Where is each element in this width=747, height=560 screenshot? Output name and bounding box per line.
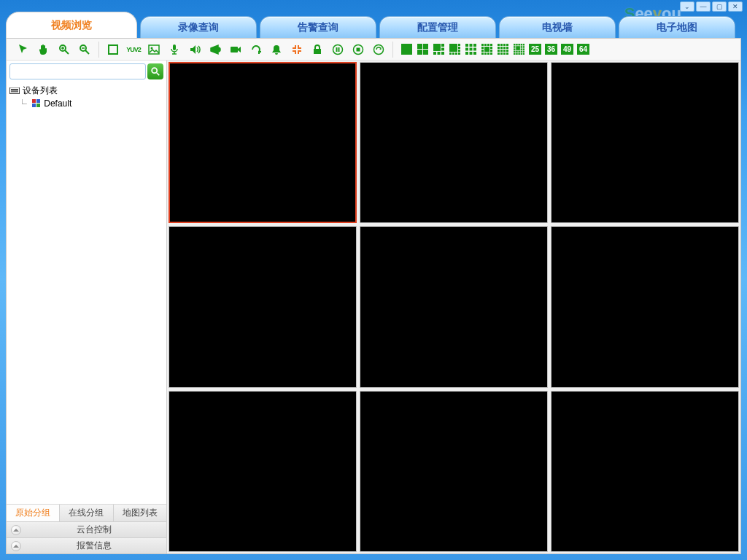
svg-rect-51: [481, 47, 484, 49]
svg-rect-23: [423, 50, 428, 55]
svg-rect-25: [441, 44, 444, 47]
layout-13-button[interactable]: [481, 43, 493, 55]
pointer-icon[interactable]: [17, 43, 30, 56]
search-button[interactable]: [147, 63, 163, 79]
layout-1-button[interactable]: [400, 43, 413, 55]
layout-6-button[interactable]: [433, 43, 445, 55]
tab-emap[interactable]: 电子地图: [619, 16, 735, 38]
alarm-panel-header[interactable]: 报警信息: [7, 537, 166, 553]
expand-icon: [11, 525, 21, 535]
tab-tvwall[interactable]: 电视墙: [499, 16, 616, 38]
layout-64-button[interactable]: 64: [577, 44, 589, 55]
nav-tabs: 视频浏览 录像查询 告警查询 配置管理 电视墙 电子地图: [6, 12, 741, 38]
toolbar-group-nav: [11, 43, 97, 56]
svg-line-5: [85, 50, 89, 54]
layout-36-button[interactable]: 36: [545, 44, 557, 55]
svg-rect-59: [490, 52, 492, 55]
svg-rect-88: [514, 51, 516, 53]
svg-rect-7: [109, 45, 117, 54]
maximize-button[interactable]: ▢: [712, 1, 727, 12]
pause-icon[interactable]: [331, 43, 344, 56]
tab-config[interactable]: 配置管理: [379, 16, 496, 38]
layout-16-button[interactable]: [497, 43, 509, 55]
host-icon: [32, 99, 41, 108]
zoom-out-icon[interactable]: [78, 43, 91, 56]
layout-25-button[interactable]: 25: [529, 44, 541, 55]
mic-icon[interactable]: [168, 43, 181, 56]
svg-rect-36: [455, 52, 457, 55]
layout-49-button[interactable]: 49: [561, 44, 573, 55]
audio-icon[interactable]: [188, 43, 201, 56]
device-tree[interactable]: 设备列表 └╴ Default: [7, 82, 166, 504]
svg-rect-19: [401, 44, 412, 55]
svg-rect-79: [521, 44, 523, 46]
window-options-button[interactable]: ⌄: [680, 1, 694, 12]
yuv2-icon[interactable]: YUV2: [127, 43, 140, 56]
zoom-in-icon[interactable]: [58, 43, 71, 56]
tree-root[interactable]: 设备列表: [9, 84, 163, 98]
alarm-icon[interactable]: [270, 43, 283, 56]
broadcast-icon[interactable]: [209, 43, 222, 56]
content-area: YUV2 25 36 49 64: [6, 38, 741, 554]
svg-rect-84: [523, 46, 525, 47]
video-cell-3[interactable]: [551, 62, 739, 223]
layout-9-button[interactable]: [465, 43, 477, 55]
svg-rect-76: [514, 44, 516, 46]
layout-4-button[interactable]: [417, 43, 429, 55]
sidebar-tab-online[interactable]: 在线分组: [60, 505, 113, 521]
layout-20-button[interactable]: [513, 43, 525, 55]
video-cell-4[interactable]: [169, 226, 357, 387]
expand-icon: [11, 541, 21, 551]
svg-rect-81: [514, 46, 516, 47]
tree-item-default[interactable]: └╴ Default: [9, 98, 163, 109]
image-icon[interactable]: [147, 43, 160, 56]
stop-icon[interactable]: [352, 43, 365, 56]
video-cell-8[interactable]: [360, 391, 548, 552]
video-cell-9[interactable]: [551, 391, 739, 552]
sidebar-tab-original[interactable]: 原始分组: [7, 505, 60, 521]
svg-rect-105: [36, 99, 40, 103]
video-cell-2[interactable]: [360, 62, 548, 223]
svg-line-1: [65, 50, 69, 54]
tab-record-query[interactable]: 录像查询: [140, 16, 257, 38]
svg-rect-33: [458, 50, 460, 52]
svg-rect-106: [32, 104, 36, 107]
toolbar-sep: [392, 42, 393, 58]
svg-rect-95: [518, 53, 520, 55]
window-controls: ⌄ — ▢ ✕: [680, 1, 743, 12]
video-cell-7[interactable]: [169, 391, 357, 552]
lock-icon[interactable]: [311, 43, 324, 56]
tab-alarm-query[interactable]: 告警查询: [260, 16, 376, 38]
refresh-icon[interactable]: [249, 43, 263, 56]
svg-rect-61: [500, 44, 503, 46]
sequence-icon[interactable]: [372, 43, 385, 56]
sidebar-tab-maps[interactable]: 地图列表: [114, 505, 166, 521]
layout-8-button[interactable]: [449, 43, 461, 55]
video-cell-5[interactable]: [360, 226, 548, 387]
svg-rect-107: [36, 104, 40, 107]
video-cell-1[interactable]: [169, 62, 357, 223]
frame-icon[interactable]: [107, 43, 120, 56]
svg-rect-50: [490, 44, 492, 46]
svg-rect-17: [357, 47, 360, 51]
video-cell-6[interactable]: [551, 226, 739, 387]
svg-rect-86: [521, 48, 523, 50]
svg-line-99: [157, 73, 160, 76]
record-icon[interactable]: [229, 43, 242, 56]
svg-rect-85: [514, 48, 516, 50]
svg-rect-97: [523, 53, 525, 55]
svg-rect-68: [498, 50, 500, 52]
toolbar: YUV2 25 36 49 64: [7, 39, 740, 61]
minimize-button[interactable]: —: [696, 1, 711, 12]
svg-rect-65: [500, 47, 503, 49]
close-button[interactable]: ✕: [728, 1, 743, 12]
tab-video-browse[interactable]: 视频浏览: [6, 12, 137, 38]
hand-icon[interactable]: [37, 43, 50, 56]
ptz-panel-header[interactable]: 云台控制: [7, 521, 166, 537]
fullscreen-exit-icon[interactable]: [290, 43, 303, 56]
svg-rect-20: [417, 44, 422, 49]
search-input[interactable]: [9, 63, 146, 79]
svg-rect-48: [484, 44, 487, 46]
svg-rect-75: [506, 52, 508, 55]
svg-rect-24: [433, 44, 441, 51]
